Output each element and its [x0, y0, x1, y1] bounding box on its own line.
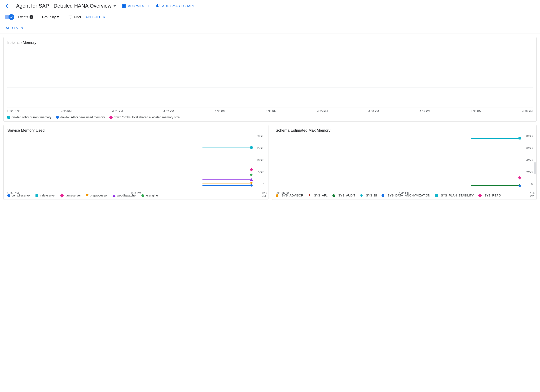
legend-marker	[60, 194, 64, 197]
series-end-marker	[250, 178, 253, 181]
y-tick: 6GiB	[521, 147, 533, 150]
series-end-marker	[250, 174, 253, 176]
y-tick: 4GiB	[521, 159, 533, 162]
series-line	[202, 148, 251, 148]
legend-item[interactable]: _SYS_AFL	[308, 194, 328, 197]
filter-button[interactable]: Filter	[68, 15, 81, 19]
x-tick: 4:36 PM	[368, 110, 379, 113]
legend-item[interactable]: preprocessor	[86, 194, 108, 197]
group-by-dropdown[interactable]: Group by	[42, 15, 60, 19]
y-tick: 0	[521, 183, 533, 186]
filter-toolbar: Events ? Group by Filter ADD FILTER	[0, 12, 540, 22]
add-smart-chart-button[interactable]: ADD SMART CHART	[156, 4, 195, 8]
chart-title: Service Memory Used	[7, 128, 265, 133]
legend-marker	[35, 194, 38, 197]
legend-item[interactable]: dnwh75rdbci total shared allocated memor…	[110, 115, 180, 119]
x-tick: 4:31 PM	[112, 110, 123, 113]
legend-label: dnwh75rdbci total shared allocated memor…	[114, 115, 180, 119]
x-tick: 4:37 PM	[420, 110, 430, 113]
legend-item[interactable]: _SYS_PLAN_STABILITY	[435, 194, 474, 197]
dashboard-header: Agent for SAP - Detailed HANA Overview A…	[0, 0, 540, 12]
gridlines	[7, 47, 533, 108]
x-tick: 4:32 PM	[163, 110, 174, 113]
legend-marker	[113, 194, 115, 197]
legend-item[interactable]: _SYS_AUDIT	[332, 194, 355, 197]
group-by-label: Group by	[42, 15, 56, 19]
add-widget-label: ADD WIDGET	[128, 4, 150, 8]
smart-chart-icon	[156, 4, 160, 8]
chart-plot[interactable]: 20GiB15GiB10GiB5GiB0 UTC+5:304:35 PM4:40…	[7, 134, 265, 191]
legend-item[interactable]: xsengine	[141, 194, 158, 197]
legend-item[interactable]: _SYS_BI	[360, 194, 377, 197]
legend-label: _SYS_BI	[364, 194, 377, 197]
series-end-marker	[250, 182, 253, 184]
filter-icon	[68, 15, 72, 19]
x-tick: 4:38 PM	[471, 110, 482, 113]
add-event-button[interactable]: ADD EVENT	[6, 26, 25, 30]
legend-label: xsengine	[145, 194, 158, 197]
chart-title: Schema Estimated Max Memory	[276, 128, 533, 133]
plot-inner	[276, 134, 520, 186]
y-tick: 10GiB	[253, 159, 265, 162]
series-line	[202, 170, 251, 170]
series-line	[202, 183, 251, 184]
y-axis: 20GiB15GiB10GiB5GiB0	[253, 134, 265, 186]
legend-marker	[478, 194, 482, 197]
chart-title: Instance Memory	[7, 41, 533, 45]
x-tick: 4:30 PM	[61, 110, 72, 113]
toggle-thumb	[9, 14, 14, 20]
timezone-label: UTC+5:30	[7, 110, 20, 113]
y-tick: 8GiB	[521, 134, 533, 138]
y-tick: 0	[253, 183, 265, 186]
legend-marker	[109, 115, 113, 119]
divider	[64, 15, 64, 20]
series-line	[471, 186, 520, 186]
legend-item[interactable]: dnwh75rdbci current memory	[7, 115, 51, 119]
series-end-marker	[250, 146, 253, 149]
x-tick: 4:33 PM	[215, 110, 225, 113]
x-tick: 4:35 PM	[317, 110, 328, 113]
legend-marker	[435, 194, 438, 197]
legend-label: _SYS_PLAN_STABILITY	[439, 194, 474, 197]
legend-label: dnwh75rdbci peak used memory	[60, 115, 105, 119]
legend-marker	[7, 116, 10, 119]
legend-marker	[56, 116, 59, 119]
x-tick: 4:40 PM	[262, 191, 267, 198]
series-line	[202, 185, 251, 186]
page-title: Agent for SAP - Detailed HANA Overview	[16, 3, 111, 9]
chart-plot[interactable]: 8GiB6GiB4GiB2GiB0 UTC+5:304:35 PM4:40 PM	[276, 134, 533, 191]
series-end-marker	[250, 184, 253, 187]
legend-item[interactable]: nameserver	[60, 194, 81, 197]
chart-plot[interactable]: UTC+5:304:30 PM4:31 PM4:32 PM4:33 PM4:34…	[7, 47, 533, 113]
filter-label: Filter	[74, 15, 81, 19]
caret-down-icon	[56, 16, 59, 18]
legend-item[interactable]: dnwh75rdbci peak used memory	[56, 115, 105, 119]
scrollbar[interactable]	[534, 162, 536, 174]
arrow-left-icon	[5, 3, 10, 9]
x-tick: 4:40 PM	[530, 191, 535, 198]
legend-item[interactable]: _SYS_REPO	[479, 194, 501, 197]
legend-item[interactable]: indexserver	[35, 194, 55, 197]
legend-marker	[308, 194, 311, 197]
help-icon[interactable]: ?	[30, 15, 33, 19]
series-end-marker	[519, 185, 521, 187]
add-filter-button[interactable]: ADD FILTER	[86, 15, 105, 19]
legend-label: _SYS_AUDIT	[337, 194, 355, 197]
y-tick: 20GiB	[253, 134, 265, 138]
timezone-label: UTC+5:30	[7, 191, 20, 195]
y-axis: 8GiB6GiB4GiB2GiB0	[521, 134, 533, 186]
events-toggle[interactable]	[5, 15, 14, 19]
series-line	[471, 138, 520, 139]
series-end-marker	[519, 137, 521, 139]
charts-area: Instance Memory UTC+5:304:30 PM4:31 PM4:…	[0, 34, 540, 203]
back-button[interactable]	[5, 3, 10, 9]
x-tick: 4:35 PM	[130, 191, 141, 195]
legend-marker	[381, 194, 384, 197]
title-dropdown[interactable]: Agent for SAP - Detailed HANA Overview	[16, 3, 116, 9]
add-widget-button[interactable]: ADD WIDGET	[122, 4, 150, 8]
timezone-label: UTC+5:30	[276, 191, 289, 195]
events-toolbar: ADD EVENT	[0, 22, 540, 34]
x-tick: 4:39 PM	[522, 110, 533, 113]
add-smart-chart-label: ADD SMART CHART	[162, 4, 195, 8]
legend-label: indexserver	[40, 194, 55, 197]
